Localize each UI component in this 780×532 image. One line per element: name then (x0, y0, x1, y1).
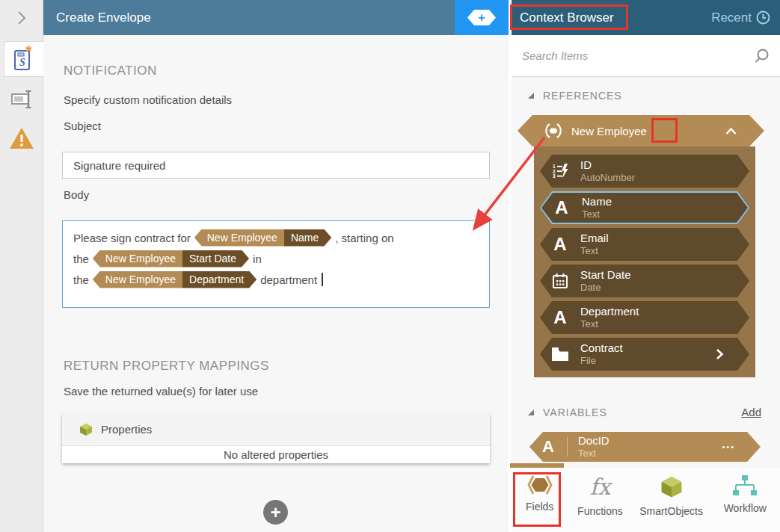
calendar-icon (540, 272, 580, 290)
tab-smartobjects[interactable]: SmartObjects (633, 468, 710, 532)
notification-heading: NOTIFICATION (64, 64, 157, 78)
collapse-reference-button[interactable] (725, 127, 737, 135)
chevron-right-icon (16, 10, 28, 26)
properties-card-header[interactable]: Properties (62, 413, 490, 446)
tab-fields[interactable]: Fields (512, 468, 568, 532)
more-options-icon[interactable]: ••• (722, 442, 735, 451)
references-section-header[interactable]: REFERENCES (528, 90, 622, 102)
autonumber-icon: 1 2 3 (540, 163, 580, 179)
context-browser-tabbar: Fields fx Functions SmartObjects (512, 468, 780, 532)
context-browser-title: Context Browser (520, 10, 614, 25)
smartobject-cube-icon (79, 422, 93, 437)
body-line: the New EmployeeStart Date in (73, 248, 479, 269)
variables-section-header[interactable]: VARIABLES Add (528, 406, 761, 418)
left-toolbar: S * (0, 0, 43, 532)
page-title: Create Envelope (56, 10, 151, 25)
recent-button[interactable]: Recent (711, 10, 770, 25)
hexagon-plus-icon: + (467, 10, 496, 25)
body-line: the New EmployeeDepartment department (73, 269, 479, 290)
tab-workflow[interactable]: Workflow (710, 468, 780, 532)
smartform-step-icon: S * (12, 46, 36, 72)
properties-card: Properties No altered properties (62, 413, 490, 463)
left-tab-step-wizard[interactable]: S * (4, 41, 43, 77)
field-token-start-date[interactable]: New EmployeeStart Date (93, 250, 249, 267)
notification-description: Specify custom notification details (64, 93, 232, 106)
step-header: Create Envelope (43, 0, 455, 35)
add-variable-link[interactable]: Add (741, 406, 761, 418)
references-heading: REFERENCES (543, 90, 622, 102)
context-browser-panel: Context Browser Recent REFERENCES (512, 0, 780, 532)
variable-item-docid[interactable]: A DocID Text ••• (529, 432, 761, 462)
search-icon[interactable] (753, 48, 770, 64)
field-item-email[interactable]: A Email Text (540, 228, 749, 261)
k2-designer-window: S * Create Envelope + (0, 0, 780, 532)
field-token-name[interactable]: New EmployeeName (194, 229, 332, 247)
text-type-icon: A (540, 307, 580, 328)
field-item-name-selected[interactable]: A Name Text (540, 191, 749, 224)
collapse-triangle-icon (528, 93, 534, 99)
tab-functions[interactable]: fx Functions (568, 468, 632, 532)
subject-input[interactable] (62, 152, 490, 179)
reference-icon (544, 122, 562, 140)
search-bar (512, 35, 780, 77)
fields-hexagon-icon (526, 474, 554, 495)
chevron-up-icon (725, 127, 737, 135)
add-button[interactable]: + (455, 0, 509, 35)
subject-label: Subject (64, 120, 101, 132)
left-tab-rename[interactable] (0, 84, 43, 114)
functions-fx-icon: fx (589, 474, 610, 500)
body-editor[interactable]: Please sign contract for New EmployeeNam… (62, 220, 490, 308)
field-item-id[interactable]: 1 2 3 ID AutoNumber (540, 155, 749, 188)
workflow-icon (732, 474, 758, 497)
envelope-config-panel: NOTIFICATION Specify custom notification… (43, 35, 509, 532)
field-item-contract[interactable]: Contract File (540, 338, 749, 371)
smartobject-cube-icon (659, 474, 684, 500)
properties-label: Properties (101, 423, 152, 436)
svg-text:S: S (19, 57, 25, 68)
warning-icon (8, 126, 35, 150)
field-token-department[interactable]: New EmployeeDepartment (93, 271, 257, 288)
no-altered-properties-text: No altered properties (62, 446, 490, 463)
field-item-start-date[interactable]: Start Date Date (540, 265, 749, 297)
left-tab-errors[interactable] (0, 123, 43, 153)
clock-icon (756, 10, 770, 25)
search-input[interactable] (522, 49, 753, 62)
expand-children-chevron-icon[interactable] (716, 348, 724, 360)
body-label: Body (64, 188, 89, 201)
expand-panel-button[interactable] (0, 0, 43, 35)
rename-field-icon (10, 89, 34, 110)
svg-text:3: 3 (553, 173, 556, 179)
field-item-department[interactable]: A Department Text (540, 301, 749, 334)
context-browser-header: Context Browser Recent (512, 0, 780, 35)
text-type-icon: A (529, 437, 567, 457)
svg-text:*: * (25, 46, 32, 61)
collapse-triangle-icon (528, 409, 534, 415)
return-mappings-description: Save the returned value(s) for later use (64, 385, 258, 398)
add-mapping-button[interactable]: + (263, 500, 288, 525)
return-mappings-heading: RETURN PROPERTY MAPPINGS (64, 359, 269, 374)
plus-icon: + (270, 504, 280, 522)
variables-heading: VARIABLES (543, 406, 607, 418)
text-type-icon: A (540, 234, 580, 255)
divider (567, 437, 568, 457)
text-cursor (322, 273, 323, 286)
folder-icon (540, 347, 580, 362)
text-type-icon: A (541, 197, 582, 218)
reference-name: New Employee (571, 125, 716, 137)
reference-new-employee[interactable]: New Employee (518, 115, 764, 146)
reference-fields-panel: 1 2 3 ID AutoNumber A (534, 146, 755, 377)
body-line: Please sign contract for New EmployeeNam… (73, 227, 479, 248)
